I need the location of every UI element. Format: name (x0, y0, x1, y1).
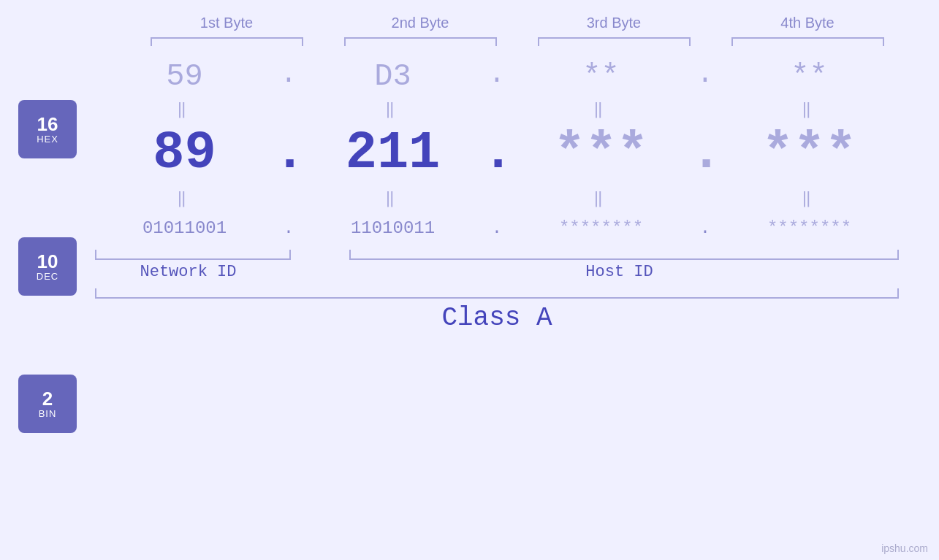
dec-b4: *** (720, 127, 899, 180)
hex-badge: 16 HEX (18, 100, 77, 158)
dec-b3: *** (512, 127, 691, 180)
bin-badge-num: 2 (42, 389, 53, 408)
bin-sep2: . (482, 218, 512, 238)
hex-badge-num: 16 (37, 115, 58, 134)
hex-sep3: . (691, 58, 720, 90)
eq2-b3: ‖ (512, 188, 691, 208)
watermark: ipshu.com (881, 542, 928, 554)
bracket-2 (344, 37, 497, 46)
header-brackets (115, 37, 919, 46)
eq2-b4: ‖ (720, 188, 899, 208)
bracket-3 (538, 37, 691, 46)
bin-b1: 01011001 (95, 212, 274, 244)
equals-row-1: ‖ ‖ ‖ ‖ (95, 94, 899, 123)
hex-b1: 59 (95, 53, 274, 94)
dec-badge: 10 DEC (18, 237, 77, 296)
hex-b3: ** (512, 53, 691, 94)
hex-sep2: . (482, 58, 512, 90)
bin-badge: 2 BIN (18, 375, 77, 433)
eq1-b2: ‖ (303, 99, 482, 119)
hex-sep1: . (274, 58, 303, 90)
bin-b4: ******** (720, 212, 899, 244)
bin-badge-label: BIN (39, 408, 57, 419)
bracket-4 (731, 37, 884, 46)
class-label: Class A (441, 303, 552, 333)
class-bracket-container (95, 288, 899, 299)
col-header-1: 1st Byte (145, 15, 309, 37)
dec-b1: 89 (95, 127, 274, 180)
host-id-label: Host ID (340, 263, 899, 281)
bin-row: 01011001 . 11010011 . ******** . *******… (95, 212, 899, 244)
bottom-brackets (95, 250, 899, 260)
col-header-2: 2nd Byte (338, 15, 503, 37)
host-bracket (349, 250, 899, 260)
eq1-b4: ‖ (720, 99, 899, 119)
col-header-3: 3rd Byte (532, 15, 696, 37)
badges-column: 16 HEX 10 DEC 2 BIN (0, 53, 95, 560)
class-bracket (95, 288, 899, 299)
hex-badge-label: HEX (37, 134, 58, 145)
hex-b2: D3 (303, 53, 482, 94)
bin-sep3: . (691, 218, 720, 238)
bin-b2: 11010011 (303, 212, 482, 244)
network-id-label: Network ID (95, 263, 281, 281)
bin-b3: ******** (512, 212, 691, 244)
dec-badge-num: 10 (37, 252, 58, 271)
hex-row: 59 . D3 . ** . ** (95, 53, 899, 94)
dec-row: 89 . 211 . *** . *** (95, 123, 899, 183)
eq1-b1: ‖ (95, 99, 274, 119)
col-header-4: 4th Byte (726, 15, 890, 37)
dec-b2: 211 (303, 127, 482, 180)
bracket-1 (151, 37, 303, 46)
dec-sep1: . (274, 123, 303, 183)
network-bracket (95, 250, 291, 260)
main-container: 1st Byte 2nd Byte 3rd Byte 4th Byte 16 H… (0, 0, 939, 560)
hex-b4: ** (720, 53, 899, 94)
equals-row-2: ‖ ‖ ‖ ‖ (95, 183, 899, 212)
dec-sep2: . (482, 123, 512, 183)
eq2-b1: ‖ (95, 188, 274, 208)
dec-sep3: . (691, 123, 720, 183)
dec-badge-label: DEC (37, 271, 58, 282)
eq2-b2: ‖ (303, 188, 482, 208)
class-label-row: Class A (95, 303, 899, 333)
id-labels: Network ID Host ID (95, 263, 899, 281)
bin-sep1: . (274, 218, 303, 238)
eq1-b3: ‖ (512, 99, 691, 119)
column-headers: 1st Byte 2nd Byte 3rd Byte 4th Byte (115, 15, 919, 37)
